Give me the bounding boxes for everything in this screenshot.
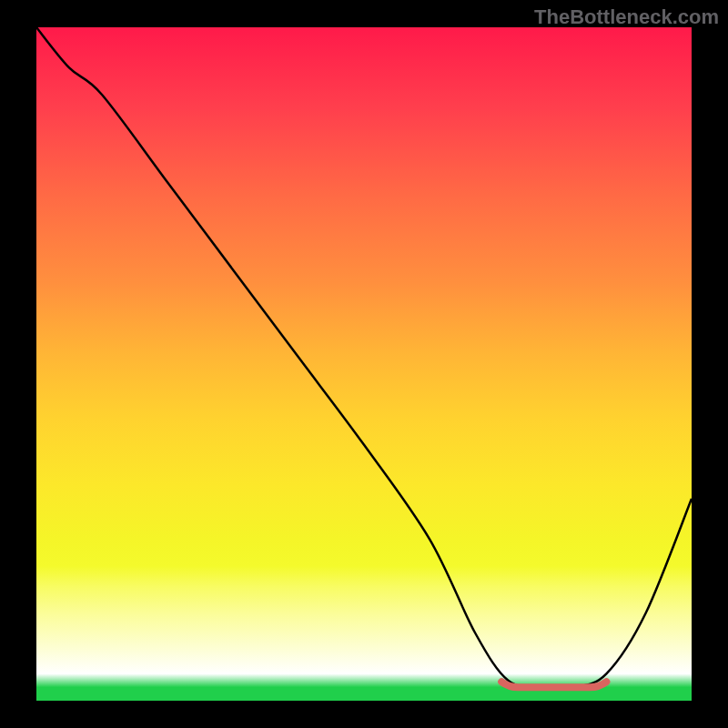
- chart-svg: [36, 27, 692, 701]
- bottleneck-curve: [36, 27, 692, 689]
- optimal-zone-marker: [501, 682, 606, 687]
- chart-gradient-area: [36, 27, 692, 701]
- watermark-text: TheBottleneck.com: [534, 5, 719, 29]
